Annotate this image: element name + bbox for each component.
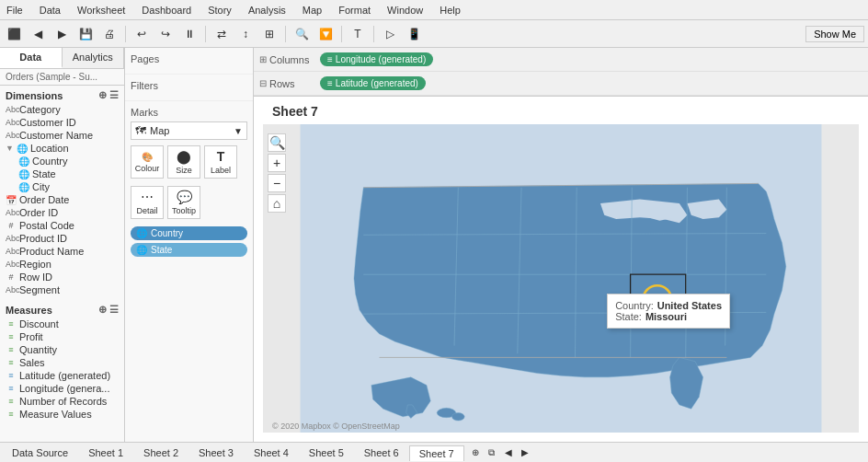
zoom-out-btn[interactable]: − xyxy=(268,174,286,192)
tab-sheet2[interactable]: Sheet 2 xyxy=(133,445,188,460)
marks-size-btn[interactable]: ⬤ Size xyxy=(167,145,200,179)
toolbar-text[interactable]: T xyxy=(348,24,368,44)
marks-tooltip-btn[interactable]: 💬 Tooltip xyxy=(167,186,200,219)
meas-num-records[interactable]: ≡ Number of Records xyxy=(0,395,124,408)
menu-help[interactable]: Help xyxy=(437,5,463,16)
tab-data[interactable]: Data xyxy=(0,48,63,68)
tab-sheet5[interactable]: Sheet 5 xyxy=(299,445,354,460)
dim-product-name[interactable]: Abc Product Name xyxy=(0,245,124,258)
marks-pill-country[interactable]: 🌐 Country xyxy=(131,226,247,240)
marks-colour-btn[interactable]: 🎨 Colour xyxy=(131,145,164,179)
toolbar-save[interactable]: 💾 xyxy=(75,24,96,44)
zoom-search-btn[interactable]: 🔍 xyxy=(268,133,286,152)
meas-latitude[interactable]: ≡ Latitude (generated) xyxy=(0,369,124,382)
tab-sheet3[interactable]: Sheet 3 xyxy=(188,445,244,460)
dim-order-date[interactable]: 📅 Order Date xyxy=(0,193,124,206)
dim-customer-id-label: Customer ID xyxy=(19,117,76,128)
dim-customer-id[interactable]: Abc Customer ID xyxy=(0,116,124,129)
dim-row-id[interactable]: # Row ID xyxy=(0,271,124,283)
toolbar-present[interactable]: ▷ xyxy=(380,24,400,44)
toolbar-pause[interactable]: ⏸ xyxy=(179,24,200,44)
measure-icon-num: ≡ xyxy=(6,397,17,406)
toolbar-back[interactable]: ◀ xyxy=(28,24,48,44)
data-source-label[interactable]: Orders (Sample - Su... xyxy=(0,69,124,86)
meas-discount[interactable]: ≡ Discount xyxy=(0,318,124,330)
dim-city[interactable]: 🌐 City xyxy=(0,180,124,193)
tab-analytics[interactable]: Analytics xyxy=(63,48,125,68)
columns-pill[interactable]: ≡ Longitude (generated) xyxy=(320,52,433,66)
toolbar-device[interactable]: 📱 xyxy=(404,24,424,44)
sidebar-scroll[interactable]: Dimensions ⊕ ☰ Abc Category Abc Customer… xyxy=(0,86,124,442)
toolbar-swap[interactable]: ⇄ xyxy=(211,24,232,44)
columns-icon: ⊞ xyxy=(259,54,267,64)
rows-text: Rows xyxy=(269,78,295,89)
meas-profit[interactable]: ≡ Profit xyxy=(0,330,124,343)
marks-label-btn[interactable]: T Label xyxy=(204,145,237,179)
meas-longitude[interactable]: ≡ Longitude (genera... xyxy=(0,382,124,395)
tab-sheet4[interactable]: Sheet 4 xyxy=(244,445,299,460)
meas-quantity[interactable]: ≡ Quantity xyxy=(0,343,124,356)
scroll-right-tab-icon[interactable]: ▶ xyxy=(518,445,532,460)
menu-dashboard[interactable]: Dashboard xyxy=(139,5,194,16)
zoom-home-btn[interactable]: ⌂ xyxy=(268,194,286,213)
dim-country[interactable]: 🌐 Country xyxy=(0,155,124,167)
dim-category[interactable]: Abc Category xyxy=(0,103,124,116)
marks-detail-btn[interactable]: ⋯ Detail xyxy=(131,186,164,219)
sort-dimension-icon[interactable]: ☰ xyxy=(109,89,119,101)
marks-type-dropdown[interactable]: 🗺 Map ▼ xyxy=(131,121,247,140)
sort-measure-icon[interactable]: ☰ xyxy=(109,304,119,316)
dim-location-parent[interactable]: ▼ 🌐 Location xyxy=(0,142,124,155)
meas-measure-values[interactable]: ≡ Measure Values xyxy=(0,408,124,421)
menu-window[interactable]: Window xyxy=(384,5,426,16)
zoom-in-btn[interactable]: + xyxy=(268,154,286,172)
tab-sheet1[interactable]: Sheet 1 xyxy=(78,445,133,460)
menu-file[interactable]: File xyxy=(4,5,26,16)
tab-sheet7[interactable]: Sheet 7 xyxy=(409,445,464,461)
menu-worksheet[interactable]: Worksheet xyxy=(74,5,128,16)
toolbar-highlight[interactable]: 🔍 xyxy=(291,24,312,44)
show-me-button[interactable]: Show Me xyxy=(805,26,864,42)
meas-latitude-label: Latitude (generated) xyxy=(19,370,110,381)
toolbar-new[interactable]: ⬛ xyxy=(4,24,24,44)
toolbar-filter[interactable]: 🔽 xyxy=(315,24,336,44)
menu-map[interactable]: Map xyxy=(300,5,325,16)
new-sheet-icon[interactable]: ⊕ xyxy=(468,445,483,460)
scroll-left-tab-icon[interactable]: ◀ xyxy=(501,445,516,460)
label-label: Label xyxy=(211,166,231,175)
meas-sales[interactable]: ≡ Sales xyxy=(0,356,124,369)
dim-segment[interactable]: Abc Segment xyxy=(0,283,124,296)
dim-product-id[interactable]: Abc Product ID xyxy=(0,232,124,245)
toolbar-sort[interactable]: ↕ xyxy=(235,24,256,44)
filters-section: Filters xyxy=(125,75,253,101)
menu-format[interactable]: Format xyxy=(336,5,373,16)
abc-icon-5: Abc xyxy=(6,234,17,243)
add-measure-icon[interactable]: ⊕ xyxy=(98,304,107,316)
marks-buttons-2: ⋯ Detail 💬 Tooltip xyxy=(131,186,247,219)
columns-shelf: ⊞ Columns ≡ Longitude (generated) xyxy=(254,48,868,72)
toolbar-undo[interactable]: ↩ xyxy=(131,24,152,44)
map-container[interactable]: ↖ Country: United States xyxy=(263,124,859,433)
tab-sheet6[interactable]: Sheet 6 xyxy=(354,445,409,460)
duplicate-sheet-icon[interactable]: ⧉ xyxy=(485,445,499,460)
dimensions-label: Dimensions xyxy=(6,90,63,101)
measure-icon-lon: ≡ xyxy=(6,384,17,393)
dim-state[interactable]: 🌐 State xyxy=(0,167,124,180)
globe-icon: 🌐 xyxy=(17,144,28,154)
dim-region[interactable]: Abc Region xyxy=(0,258,124,271)
menu-story[interactable]: Story xyxy=(205,5,234,16)
rows-pill[interactable]: ≡ Latitude (generated) xyxy=(320,76,426,90)
toolbar-fit[interactable]: ⊞ xyxy=(259,24,280,44)
marks-label: Marks xyxy=(131,107,247,118)
dim-customer-name[interactable]: Abc Customer Name xyxy=(0,129,124,142)
toolbar-redo[interactable]: ↪ xyxy=(155,24,176,44)
dim-order-id[interactable]: Abc Order ID xyxy=(0,206,124,219)
menu-analysis[interactable]: Analysis xyxy=(246,5,289,16)
toolbar-forward[interactable]: ▶ xyxy=(51,24,72,44)
marks-pill-state[interactable]: 🌐 State xyxy=(131,243,247,257)
sidebar-tabs: Data Analytics xyxy=(0,48,124,69)
toolbar-print[interactable]: 🖨 xyxy=(99,24,120,44)
tab-data-source[interactable]: Data Source xyxy=(2,445,78,460)
add-dimension-icon[interactable]: ⊕ xyxy=(98,89,107,101)
dim-postal-code[interactable]: # Postal Code xyxy=(0,219,124,232)
menu-data[interactable]: Data xyxy=(37,5,63,16)
